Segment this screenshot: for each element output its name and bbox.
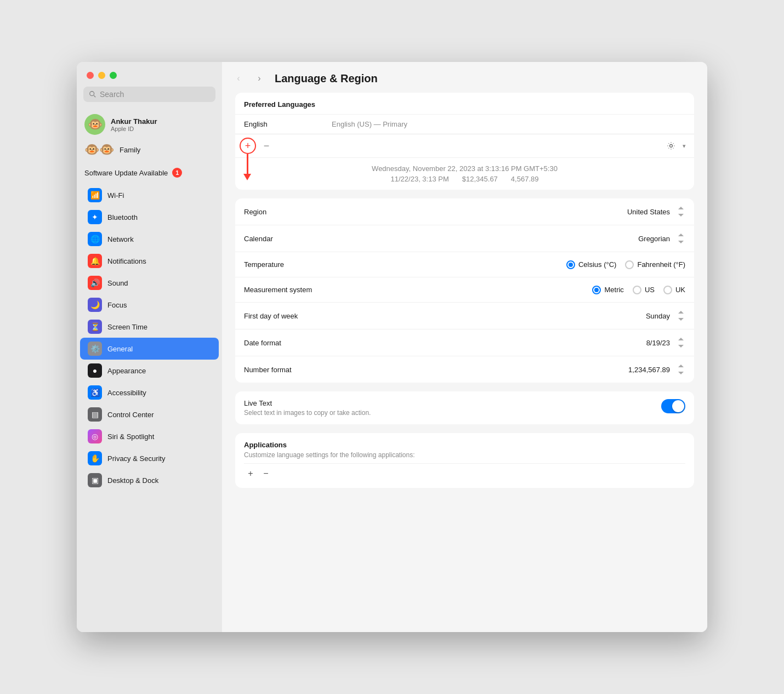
live-text-description: Select text in images to copy or take ac… <box>244 409 661 417</box>
software-update-item[interactable]: Software Update Available 1 <box>77 163 222 184</box>
dateformat-value: 8/19/23 <box>646 336 685 349</box>
focus-icon: 🌙 <box>88 298 102 312</box>
language-detail: English (US) — Primary <box>332 120 407 128</box>
uk-option[interactable]: UK <box>663 286 685 294</box>
sidebar-item-notifications[interactable]: 🔔 Notifications <box>80 250 219 272</box>
celsius-label: Celsius (°C) <box>578 260 616 269</box>
applications-description: Customize language settings for the foll… <box>244 451 685 459</box>
preview-short-datetime: 11/22/23, 3:13 PM <box>391 175 449 183</box>
region-row[interactable]: Region United States <box>235 198 694 225</box>
uk-radio[interactable] <box>663 286 672 294</box>
celsius-option[interactable]: Celsius (°C) <box>566 260 616 269</box>
remove-language-button[interactable]: − <box>258 138 275 154</box>
sidebar-item-siri[interactable]: ◎ Siri & Spotlight <box>80 425 219 447</box>
metric-label: Metric <box>604 286 623 294</box>
live-text-title: Live Text <box>244 399 661 407</box>
uk-label: UK <box>675 286 685 294</box>
region-stepper[interactable] <box>677 205 685 218</box>
forward-button[interactable]: › <box>252 71 267 86</box>
preferred-languages-card: Preferred Languages English English (US)… <box>235 93 694 190</box>
us-radio[interactable] <box>633 286 641 294</box>
numberformat-row[interactable]: Number format 1,234,567.89 <box>235 356 694 383</box>
sound-icon: 🔊 <box>88 276 102 290</box>
us-option[interactable]: US <box>633 286 655 294</box>
language-dropdown-button[interactable]: ▾ <box>679 140 690 151</box>
sidebar-item-privacy[interactable]: ✋ Privacy & Security <box>80 447 219 469</box>
dateformat-row[interactable]: Date format 8/19/23 <box>235 329 694 356</box>
celsius-radio[interactable] <box>566 260 575 269</box>
sidebar-label-focus: Focus <box>107 301 127 309</box>
sidebar-label-screentime: Screen Time <box>107 323 147 331</box>
minimize-button[interactable] <box>98 72 105 79</box>
sidebar-item-appearance[interactable]: ● Appearance <box>80 360 219 382</box>
region-text: United States <box>627 208 670 216</box>
sidebar-item-accessibility[interactable]: ♿ Accessibility <box>80 382 219 403</box>
user-profile[interactable]: 🐵 Ankur Thakur Apple ID <box>77 110 222 139</box>
language-row-english[interactable]: English English (US) — Primary <box>235 114 694 134</box>
sidebar-label-accessibility: Accessibility <box>107 389 146 397</box>
sidebar-item-screentime[interactable]: ⏳ Screen Time <box>80 316 219 338</box>
firstday-stepper[interactable] <box>677 309 685 322</box>
calendar-stepper[interactable] <box>677 232 685 245</box>
fahrenheit-option[interactable]: Fahrenheit (°F) <box>625 260 685 269</box>
search-placeholder: Search <box>100 90 124 99</box>
search-box[interactable]: Search <box>83 87 215 102</box>
titlebar: ‹ › Language & Region <box>222 62 707 93</box>
sidebar-item-desktop[interactable]: ▣ Desktop & Dock <box>80 469 219 491</box>
metric-option[interactable]: Metric <box>592 286 623 294</box>
add-language-button[interactable]: + <box>240 138 256 154</box>
svg-line-1 <box>94 95 95 97</box>
dateformat-stepper[interactable] <box>677 336 685 349</box>
notifications-icon: 🔔 <box>88 254 102 268</box>
preview-section: Wednesday, November 22, 2023 at 3:13:16 … <box>235 157 694 190</box>
language-settings-gear-button[interactable] <box>663 138 679 153</box>
controlcenter-icon: ▤ <box>88 407 102 422</box>
add-application-button[interactable]: + <box>244 467 257 480</box>
traffic-lights <box>77 62 222 87</box>
firstday-label: First day of week <box>244 312 646 320</box>
close-button[interactable] <box>87 72 94 79</box>
firstday-value: Sunday <box>646 309 685 322</box>
screentime-icon: ⏳ <box>88 320 102 334</box>
sidebar-item-focus[interactable]: 🌙 Focus <box>80 294 219 316</box>
metric-radio[interactable] <box>592 286 601 294</box>
back-button[interactable]: ‹ <box>231 71 246 86</box>
numberformat-value: 1,234,567.89 <box>628 363 685 376</box>
family-icon: 🐵🐵 <box>84 143 114 157</box>
sidebar-item-wifi[interactable]: 📶 Wi-Fi <box>80 184 219 206</box>
sidebar-item-general[interactable]: ⚙️ General <box>80 338 219 360</box>
calendar-row[interactable]: Calendar Gregorian <box>235 225 694 252</box>
settings-card: Region United States Calendar Gregorian <box>235 198 694 383</box>
sidebar-item-sound[interactable]: 🔊 Sound <box>80 272 219 294</box>
sidebar-item-network[interactable]: 🌐 Network <box>80 228 219 250</box>
firstday-text: Sunday <box>646 312 670 320</box>
maximize-button[interactable] <box>110 72 117 79</box>
calendar-text: Gregorian <box>638 235 670 243</box>
live-text-info: Live Text Select text in images to copy … <box>244 399 661 417</box>
firstday-row[interactable]: First day of week Sunday <box>235 303 694 329</box>
applications-card: Applications Customize language settings… <box>235 433 694 488</box>
fahrenheit-radio[interactable] <box>625 260 634 269</box>
user-info: Ankur Thakur Apple ID <box>111 117 157 132</box>
sidebar-item-bluetooth[interactable]: ✦ Bluetooth <box>80 206 219 228</box>
network-icon: 🌐 <box>88 232 102 246</box>
sidebar-label-bluetooth: Bluetooth <box>107 213 138 221</box>
fahrenheit-label: Fahrenheit (°F) <box>637 260 685 269</box>
sidebar-items: 📶 Wi-Fi ✦ Bluetooth 🌐 Network <box>77 184 222 632</box>
live-text-card: Live Text Select text in images to copy … <box>235 391 694 424</box>
wifi-icon: 📶 <box>88 188 102 202</box>
user-name: Ankur Thakur <box>111 117 157 126</box>
applications-add-remove-row: + − <box>244 463 685 480</box>
temperature-label: Temperature <box>244 260 566 269</box>
sidebar-label-network: Network <box>107 235 134 243</box>
numberformat-stepper[interactable] <box>677 363 685 376</box>
live-text-toggle[interactable] <box>661 399 685 413</box>
sidebar-label-sound: Sound <box>107 279 128 287</box>
remove-application-button[interactable]: − <box>259 467 272 480</box>
us-label: US <box>645 286 655 294</box>
family-section[interactable]: 🐵🐵 Family <box>77 139 222 163</box>
sidebar-item-controlcenter[interactable]: ▤ Control Center <box>80 403 219 425</box>
sidebar-label-general: General <box>107 345 133 353</box>
main-content: ‹ › Language & Region Preferred Language… <box>222 62 707 632</box>
language-name: English <box>244 120 332 128</box>
